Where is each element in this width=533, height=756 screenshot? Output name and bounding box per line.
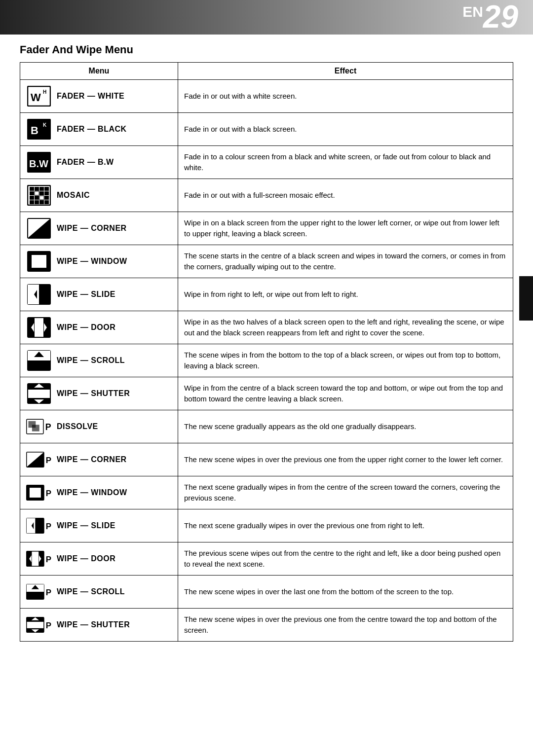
menu-cell-p-wipe-shutter: P WIPE — SHUTTER (20, 609, 178, 642)
table-row: WIPE — SHUTTERWipe in from the centre of… (20, 377, 513, 410)
effect-text-wipe-door: Wipe in as the two halves of a black scr… (184, 318, 504, 337)
table-row: WIPE — CORNERWipe in on a black screen f… (20, 212, 513, 245)
effect-cell-fader-black: Fade in or out with a black screen. (178, 113, 513, 146)
effect-text-wipe-shutter: Wipe in from the centre of a black scree… (184, 384, 503, 403)
effect-cell-p-wipe-scroll: The new scene wipes in over the last one… (178, 576, 513, 609)
effect-cell-wipe-shutter: Wipe in from the centre of a black scree… (178, 377, 513, 410)
svg-rect-13 (30, 191, 34, 195)
effect-cell-wipe-door: Wipe in as the two halves of a black scr… (178, 311, 513, 344)
effect-cell-p-dissolve: The new scene gradually appears as the o… (178, 410, 513, 443)
col-effect: Effect (178, 63, 513, 80)
effect-cell-p-wipe-slide: The next scene gradually wipes in over t… (178, 509, 513, 542)
svg-text:P: P (46, 456, 51, 465)
table-row: B.W FADER — B.WFade in to a colour scree… (20, 146, 513, 179)
svg-rect-23 (39, 200, 44, 204)
menu-cell-p-wipe-door: P WIPE — DOOR (20, 542, 178, 576)
menu-cell-mosaic: MOSAIC (20, 179, 178, 212)
svg-text:B.W: B.W (29, 158, 48, 169)
effect-text-p-dissolve: The new scene gradually appears as the o… (184, 422, 416, 431)
menu-cell-p-dissolve: P DISSOLVE (20, 410, 178, 443)
menu-label-wipe-scroll: WIPE — SCROLL (57, 356, 125, 365)
table-row: WIPE — SCROLLThe scene wipes in from the… (20, 344, 513, 377)
menu-label-p-wipe-slide: WIPE — SLIDE (57, 521, 115, 530)
effect-text-fader-white: Fade in or out with a white screen. (184, 92, 297, 100)
menu-label-wipe-slide: WIPE — SLIDE (57, 290, 115, 299)
table-row: P WIPE — SLIDEThe next scene gradually w… (20, 509, 513, 542)
menu-label-p-wipe-corner: WIPE — CORNER (57, 455, 127, 464)
table-row: MOSAICFade in or out with a full-screen … (20, 179, 513, 212)
col-menu: Menu (20, 63, 178, 80)
table-row: W H FADER — WHITEFade in or out with a w… (20, 80, 513, 113)
menu-label-wipe-corner: WIPE — CORNER (57, 224, 127, 233)
icon-p-wipe-window: P (26, 481, 52, 504)
menu-label-fader-black: FADER — BLACK (57, 125, 127, 134)
svg-rect-20 (44, 196, 49, 200)
menu-cell-wipe-corner: WIPE — CORNER (20, 212, 178, 245)
effect-text-wipe-slide: Wipe in from right to left, or wipe out … (184, 290, 358, 298)
icon-wipe-slide (26, 283, 52, 306)
menu-label-wipe-door: WIPE — DOOR (57, 323, 115, 332)
icon-p-wipe-scroll: P (26, 580, 52, 603)
svg-rect-22 (35, 200, 39, 204)
table-row: WIPE — DOORWipe in as the two halves of … (20, 311, 513, 344)
effect-text-p-wipe-shutter: The new scene wipes in over the previous… (184, 615, 497, 634)
page-title: Fader And Wipe Menu (20, 43, 513, 56)
svg-rect-24 (44, 200, 49, 204)
svg-rect-56 (27, 518, 36, 534)
svg-text:B: B (31, 124, 38, 137)
svg-text:P: P (46, 621, 51, 630)
effect-cell-wipe-slide: Wipe in from right to left, or wipe out … (178, 278, 513, 311)
svg-rect-12 (44, 187, 49, 191)
menu-table: Menu Effect W H FADER — WHITEFade in or … (20, 62, 513, 642)
menu-label-wipe-window: WIPE — WINDOW (57, 257, 127, 266)
table-row: WIPE — WINDOWThe scene starts in the cen… (20, 245, 513, 278)
table-row: WIPE — SLIDEWipe in from right to left, … (20, 278, 513, 311)
svg-rect-53 (30, 488, 41, 498)
icon-wipe-scroll (26, 349, 52, 372)
effect-text-p-wipe-slide: The next scene gradually wipes in over t… (184, 521, 424, 530)
menu-label-fader-white: FADER — WHITE (57, 92, 124, 101)
header-bar: EN29 (0, 0, 533, 35)
svg-text:P: P (46, 489, 51, 498)
svg-rect-10 (35, 187, 39, 191)
svg-text:P: P (45, 422, 51, 432)
effect-text-fader-black: Fade in or out with a black screen. (184, 125, 297, 133)
svg-text:P: P (46, 555, 51, 564)
effect-cell-p-wipe-corner: The new scene wipes in over the previous… (178, 443, 513, 476)
menu-cell-p-wipe-corner: P WIPE — CORNER (20, 443, 178, 476)
menu-cell-p-wipe-scroll: P WIPE — SCROLL (20, 576, 178, 609)
icon-wipe-shutter (26, 382, 52, 405)
effect-cell-fader-white: Fade in or out with a white screen. (178, 80, 513, 113)
menu-label-p-dissolve: DISSOLVE (57, 422, 98, 431)
svg-text:W: W (31, 91, 41, 104)
svg-rect-14 (35, 191, 39, 195)
menu-label-mosaic: MOSAIC (57, 191, 90, 200)
menu-label-wipe-shutter: WIPE — SHUTTER (57, 389, 130, 398)
effect-text-wipe-window: The scene starts in the centre of a blac… (184, 252, 505, 271)
svg-rect-16 (44, 191, 49, 195)
svg-rect-21 (30, 200, 34, 204)
svg-rect-30 (28, 285, 39, 304)
effect-text-p-wipe-corner: The new scene wipes in over the previous… (184, 455, 503, 464)
icon-wipe-door (26, 316, 52, 339)
effect-text-wipe-corner: Wipe in on a black screen from the upper… (184, 218, 499, 238)
svg-rect-18 (35, 196, 39, 200)
menu-cell-wipe-window: WIPE — WINDOW (20, 245, 178, 278)
effect-cell-wipe-corner: Wipe in on a black screen from the upper… (178, 212, 513, 245)
svg-rect-28 (32, 255, 46, 268)
menu-cell-p-wipe-slide: P WIPE — SLIDE (20, 509, 178, 542)
icon-p-dissolve: P (26, 415, 52, 438)
svg-rect-47 (32, 425, 39, 431)
icon-fader-white: W H (26, 85, 52, 108)
menu-label-p-wipe-scroll: WIPE — SCROLL (57, 587, 125, 596)
icon-p-wipe-door: P (26, 547, 52, 570)
menu-cell-wipe-door: WIPE — DOOR (20, 311, 178, 344)
svg-rect-9 (30, 187, 34, 191)
icon-wipe-window (26, 250, 52, 273)
table-row: P WIPE — SCROLLThe new scene wipes in ov… (20, 576, 513, 609)
icon-fader-black: B K (26, 118, 52, 141)
effect-cell-mosaic: Fade in or out with a full-screen mosaic… (178, 179, 513, 212)
effect-text-p-wipe-scroll: The new scene wipes in over the last one… (184, 587, 454, 596)
effect-cell-wipe-scroll: The scene wipes in from the bottom to th… (178, 344, 513, 377)
effect-text-fader-bw: Fade in to a colour screen from a black … (184, 152, 491, 172)
